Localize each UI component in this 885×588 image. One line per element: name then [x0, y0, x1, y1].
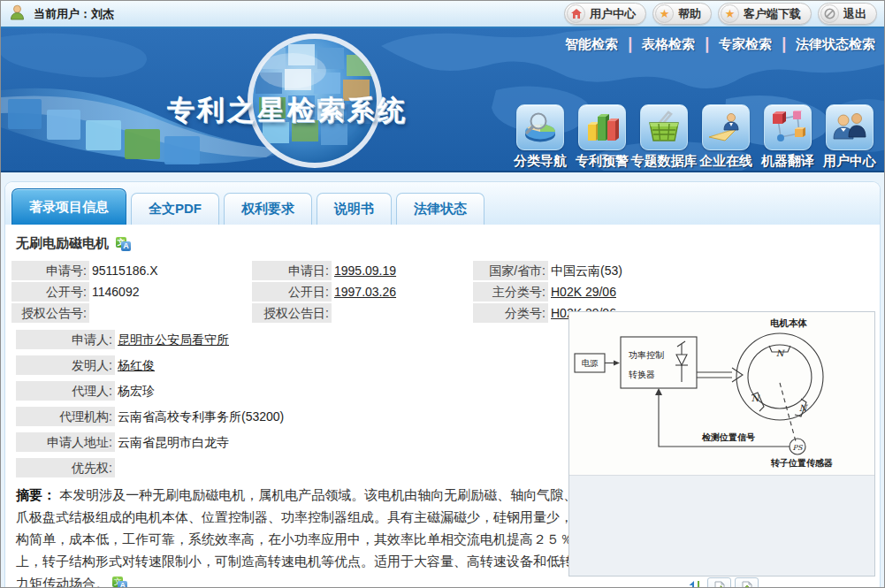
user-center-button[interactable]: 用户中心 [564, 3, 646, 25]
app-user-center[interactable]: 用户中心 [819, 104, 881, 170]
user-center-button-label: 用户中心 [590, 6, 636, 22]
figure-pole-n: N [776, 348, 786, 358]
star-icon: ★ [655, 4, 674, 23]
field-value: 95115186.X [89, 261, 252, 280]
app-label: 企业在线 [699, 153, 752, 170]
figure-label-ps: PS [793, 444, 804, 452]
help-button-label: 帮助 [678, 6, 701, 22]
field-row: 公开号: 1146092 公开日: 1997.03.26 主分类号: H02K … [11, 282, 880, 302]
nav-link-form-search[interactable]: 表格检索 [642, 36, 695, 53]
client-download-button[interactable]: ★ 客户端下载 [718, 3, 812, 25]
tab-claims[interactable]: 权利要求 [224, 193, 312, 225]
field-value [89, 303, 252, 323]
app-label: 机器翻译 [761, 153, 814, 170]
translate-icon[interactable]: 文A [112, 577, 127, 588]
app-label: 专题数据库 [631, 153, 698, 170]
nav-separator: ┃ [626, 37, 634, 53]
top-user-bar: 当前用户：刘杰 用户中心 ★ 帮助 ★ 客户端下载 退出 [1, 1, 884, 28]
patent-title-text: 无刷电励磁电机 [16, 235, 109, 252]
field-value: H02K 29/06 [548, 282, 880, 302]
export-doc-button[interactable] [707, 577, 731, 588]
user-icon [10, 4, 25, 24]
app-toolbar: 分类导航 专利预警 [509, 104, 881, 170]
app-patent-alert[interactable]: 专利预警 [571, 104, 633, 170]
field-row: 申请号: 95115186.X 申请日: 1995.09.19 国家/省市: 中… [11, 261, 880, 280]
current-user-name: 刘杰 [91, 7, 114, 20]
field-value: 云南省昆明市白龙寺 [115, 432, 575, 452]
client-download-button-label: 客户端下载 [744, 6, 801, 22]
field-label: 授权公告号: [11, 303, 89, 323]
patent-figure: 电源 功率控制 转换器 电机本体 N N N 检测位置信号 PS 转子位置传感器 [569, 312, 874, 476]
app-label: 用户中心 [823, 153, 876, 170]
nav-link-legal-status-search[interactable]: 法律状态检索 [796, 36, 875, 53]
figure-toolbar [688, 577, 759, 588]
star-icon: ★ [721, 4, 739, 23]
logout-button-label: 退出 [843, 6, 866, 22]
tab-bibliographic-info[interactable]: 著录项目信息 [11, 188, 126, 225]
home-icon [567, 4, 585, 23]
patent-title: 无刷电励磁电机 文A [16, 235, 880, 252]
figure-label-power: 电源 [582, 358, 599, 368]
translate-icon[interactable]: 文A [116, 237, 131, 251]
logout-button[interactable]: 退出 [818, 3, 877, 25]
field-value [115, 458, 575, 477]
patent-figure-panel: 电源 功率控制 转换器 电机本体 N N N 检测位置信号 PS 转子位置传感器 [568, 311, 875, 577]
help-button[interactable]: ★ 帮助 [652, 3, 712, 25]
app-machine-translation[interactable]: 机器翻译 [757, 104, 819, 170]
figure-label-converter-1: 功率控制 [629, 350, 664, 360]
app-label: 专利预警 [576, 153, 629, 170]
field-label: 发明人: [16, 355, 115, 375]
main-ipc-link[interactable]: H02K 29/06 [551, 285, 616, 299]
current-user: 当前用户：刘杰 [34, 6, 114, 22]
field-label: 申请号: [11, 261, 89, 280]
tab-legal-status[interactable]: 法律状态 [396, 193, 484, 225]
nav-link-smart-search[interactable]: 智能检索 [565, 36, 618, 53]
banner: 智能检索 ┃ 表格检索 ┃ 专家检索 ┃ 法律状态检索 [1, 28, 884, 172]
bibliographic-content: 无刷电励磁电机 文A 申请号: 95115186.X 申请日: 1995.09.… [5, 225, 880, 588]
tab-description[interactable]: 说明书 [317, 193, 392, 225]
field-value: 杨宏珍 [115, 381, 575, 401]
figure-label-signal: 检测位置信号 [701, 432, 755, 442]
sort-arrows-icon[interactable] [688, 580, 704, 588]
field-value: 中国云南(53) [548, 261, 880, 280]
field-label: 申请人: [16, 330, 115, 349]
field-value [332, 303, 473, 323]
field-label: 授权公告日: [252, 303, 332, 323]
figure-label-converter-2: 转换器 [629, 370, 655, 379]
applicant-link[interactable]: 昆明市公安局看守所 [118, 332, 229, 347]
field-value: 1995.09.19 [332, 261, 473, 280]
banner-nav: 智能检索 ┃ 表格检索 ┃ 专家检索 ┃ 法律状态检索 [565, 36, 875, 53]
detail-panel: 著录项目信息 全文PDF 权利要求 说明书 法律状态 无刷电励磁电机 文A 申请… [4, 181, 881, 587]
abstract-label: 摘要： [16, 487, 56, 502]
field-label: 代理人: [16, 381, 115, 401]
figure-label-sensor: 转子位置传感器 [770, 458, 833, 468]
field-value: 昆明市公安局看守所 [115, 330, 575, 349]
patent-star-search-page: 当前用户：刘杰 用户中心 ★ 帮助 ★ 客户端下载 退出 [0, 0, 885, 588]
abstract: 摘要： 本发明涉及一种无刷电励磁电机，属机电产品领域。该电机由轴向无刷励磁、轴向… [16, 484, 586, 588]
inventor-link[interactable]: 杨红俊 [118, 358, 155, 372]
app-classification-nav[interactable]: 分类导航 [509, 104, 571, 170]
abstract-text: 本发明涉及一种无刷电励磁电机，属机电产品领域。该电机由轴向无刷励磁、轴向气隙、爪… [16, 487, 586, 588]
logout-icon [820, 4, 839, 23]
upload-doc-button[interactable] [735, 577, 759, 588]
site-title: 专利之星检索系统 [167, 92, 408, 129]
figure-pole-n: N [799, 403, 809, 413]
bar-chart-icon [578, 104, 626, 150]
app-label: 分类导航 [514, 153, 567, 170]
app-topic-database[interactable]: 专题数据库 [633, 104, 695, 170]
figure-label-motor-body: 电机本体 [770, 317, 808, 328]
tab-fulltext-pdf[interactable]: 全文PDF [131, 193, 219, 225]
translate-en-glyph: A [118, 581, 127, 588]
field-label: 主分类号: [473, 282, 548, 302]
field-label: 代理机构: [16, 407, 115, 426]
translate-en-glyph: A [121, 241, 131, 251]
publication-date-link[interactable]: 1997.03.26 [334, 285, 396, 299]
nav-separator: ┃ [780, 37, 788, 53]
paper-plane-icon [702, 104, 750, 150]
field-label: 公开日: [252, 282, 332, 302]
app-enterprise-online[interactable]: 企业在线 [695, 104, 757, 170]
application-date-link[interactable]: 1995.09.19 [334, 263, 396, 278]
field-value: 杨红俊 [115, 355, 575, 375]
field-label: 优先权: [16, 458, 115, 477]
nav-link-expert-search[interactable]: 专家检索 [719, 36, 772, 53]
